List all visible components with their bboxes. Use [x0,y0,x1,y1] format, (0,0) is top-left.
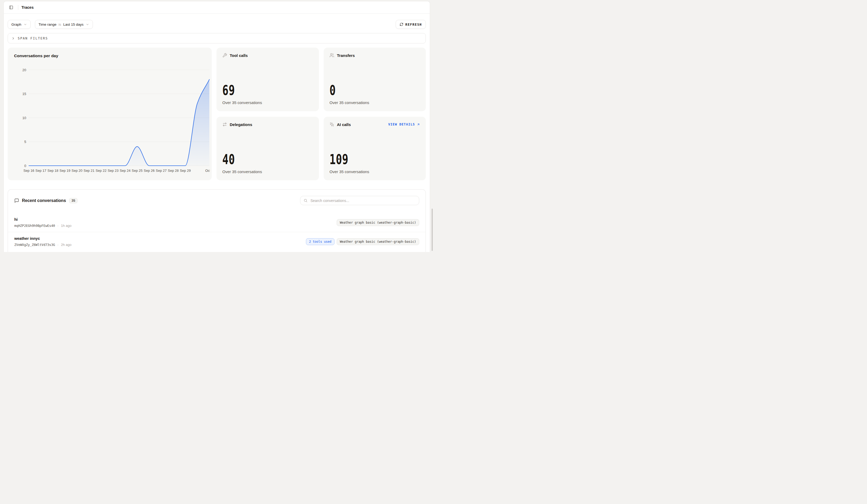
svg-text:Sep 20: Sep 20 [72,169,82,173]
divider [18,5,18,10]
svg-text:Sep 17: Sep 17 [35,169,46,173]
conversation-id: ZVeWXgZy_Z6WltVd73s3G [14,243,55,247]
recent-conversations-header: Recent conversations 35 [8,190,426,205]
stat-title: Delegations [230,122,252,127]
conversation-time: 2h ago [61,243,72,247]
svg-text:Oct 1: Oct 1 [205,169,210,173]
search-icon [303,199,308,203]
stat-card-ai-calls: AI calls VIEW DETAILS 109 Over 35 conver… [324,117,426,180]
chat-bubble-icon [14,198,19,203]
stat-caption: Over 35 conversations [330,100,420,105]
conversation-time: 1h ago [61,223,72,228]
view-details-link[interactable]: VIEW DETAILS [388,122,420,126]
svg-text:0: 0 [24,164,26,168]
sidebar-toggle-button[interactable] [8,4,15,11]
svg-text:15: 15 [22,92,26,96]
conversation-count-badge: 35 [69,198,77,203]
svg-text:Sep 23: Sep 23 [108,169,119,173]
svg-text:Sep 21: Sep 21 [84,169,95,173]
refresh-button[interactable]: REFRESH [396,20,426,29]
stat-value: 0 [330,83,396,97]
conversations-area-chart: 05101520Sep 16Sep 17Sep 18Sep 19Sep 20Se… [13,63,210,174]
svg-text:Sep 25: Sep 25 [132,169,143,173]
dashboard-grid: Conversations per day 05101520Sep 16Sep … [8,47,426,180]
svg-text:Sep 29: Sep 29 [180,169,191,173]
arrow-up-right-icon [417,123,420,126]
stat-card-tool-calls: Tool calls 69 Over 35 conversations [216,47,319,111]
svg-text:Sep 24: Sep 24 [120,169,130,173]
conversation-id: mqHZP2EGh9h9BpFEwEs40 [14,223,55,228]
stat-title: Tool calls [230,53,248,58]
stat-value: 40 [222,152,290,166]
svg-text:10: 10 [22,116,26,120]
stat-card-transfers: Transfers 0 Over 35 conversations [324,47,426,111]
time-range-value: Last 15 days [63,22,84,26]
svg-text:Sep 16: Sep 16 [23,169,34,173]
conversations-chart-card: Conversations per day 05101520Sep 16Sep … [8,47,212,180]
recent-conversations-section: Recent conversations 35 hi mqHZP2EGh9h9B… [8,189,426,252]
agent-badge: Weather graph basic (weather-graph-basic… [336,238,419,245]
arrows-right-left-icon [222,122,227,127]
stat-title: Transfers [337,53,355,58]
chart-title: Conversations per day [14,53,205,58]
search-input[interactable] [310,198,416,203]
page-title: Traces [21,5,34,10]
toolbar: Graph Time range is Last 15 days REFRESH [8,20,426,29]
refresh-icon [400,22,403,26]
stat-caption: Over 35 conversations [222,169,313,174]
conversation-title: weather innyc [14,236,72,241]
conversation-row[interactable]: hi mqHZP2EGh9h9BpFEwEs40 · 1h ago Weathe… [8,213,426,232]
scrollbar-thumb[interactable] [432,208,433,251]
agent-badge: Weather graph basic (weather-graph-basic… [336,219,419,226]
app-window: Traces Graph Time range is Last 15 days [3,1,430,252]
tools-used-badge: 2 tools used [306,238,334,245]
time-range-field: Time range [39,22,57,26]
span-filters-expander[interactable]: SPAN FILTERS [8,33,426,43]
view-mode-label: Graph [11,22,21,26]
chevron-right-icon [11,36,15,40]
stat-title: AI calls [337,122,351,127]
meta-separator: · [57,223,58,228]
recent-conversations-title: Recent conversations [22,198,66,203]
view-mode-dropdown[interactable]: Graph [8,20,31,29]
time-range-operator: is [58,22,61,26]
svg-text:Sep 27: Sep 27 [156,169,167,173]
meta-separator: · [57,243,58,247]
svg-text:Sep 22: Sep 22 [96,169,106,173]
chevron-down-icon [23,23,27,26]
sparkles-icon [330,122,334,127]
svg-text:20: 20 [22,68,26,72]
users-icon [330,53,334,58]
stat-caption: Over 35 conversations [222,100,313,105]
svg-text:Sep 28: Sep 28 [168,169,179,173]
svg-text:Sep 26: Sep 26 [144,169,154,173]
conversation-title: hi [14,217,72,222]
stat-caption: Over 35 conversations [330,169,420,174]
conversation-list: hi mqHZP2EGh9h9BpFEwEs40 · 1h ago Weathe… [8,205,426,251]
search-box [300,196,419,205]
refresh-label: REFRESH [405,22,422,26]
wrench-icon [222,53,227,58]
top-bar: Traces [4,1,430,14]
svg-text:5: 5 [24,140,26,144]
conversation-row[interactable]: weather innyc ZVeWXgZy_Z6WltVd73s3G · 2h… [8,232,426,251]
stat-card-delegations: Delegations 40 Over 35 conversations [216,117,319,180]
stat-value: 109 [330,152,396,166]
svg-text:Sep 18: Sep 18 [47,169,58,173]
stat-value: 69 [222,83,290,97]
chevron-down-icon [86,23,89,26]
svg-text:Sep 19: Sep 19 [60,169,71,173]
panel-left-icon [9,5,13,10]
view-details-label: VIEW DETAILS [388,122,415,126]
time-range-filter[interactable]: Time range is Last 15 days [35,20,93,29]
span-filters-label: SPAN FILTERS [18,36,48,40]
